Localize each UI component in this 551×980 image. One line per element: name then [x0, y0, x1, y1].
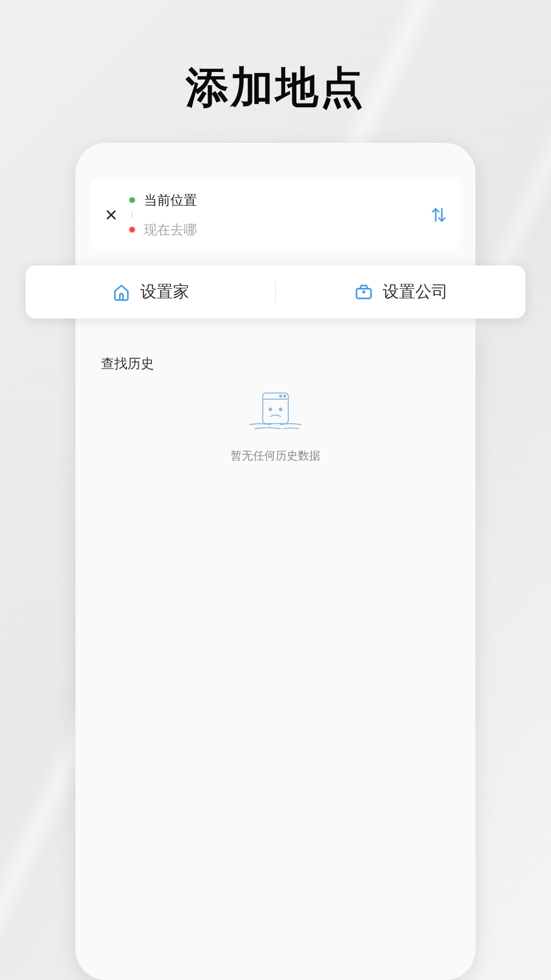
origin-value: 当前位置 — [144, 191, 197, 209]
destination-input[interactable]: 现在去哪 — [129, 218, 428, 241]
svg-point-18 — [280, 408, 282, 411]
svg-point-17 — [269, 408, 272, 411]
set-company-label: 设置公司 — [383, 281, 448, 303]
history-section: 查找历史 暂无任何历史数据 — [91, 355, 460, 463]
page-title: 添加地点 — [0, 59, 551, 117]
search-card: 当前位置 现在去哪 — [91, 179, 460, 251]
history-title: 查找历史 — [101, 355, 455, 373]
briefcase-icon — [354, 282, 373, 302]
svg-point-16 — [284, 395, 286, 397]
destination-dot-icon — [129, 226, 136, 233]
connector-line — [132, 211, 133, 218]
swap-button[interactable] — [428, 206, 450, 224]
set-home-label: 设置家 — [140, 281, 189, 303]
empty-state: 暂无任何历史数据 — [96, 388, 455, 463]
svg-rect-13 — [263, 393, 288, 424]
destination-placeholder: 现在去哪 — [144, 221, 197, 239]
swap-icon — [430, 206, 448, 224]
empty-history-icon — [235, 388, 316, 439]
shortcut-card: 设置家 设置公司 — [26, 265, 525, 318]
origin-input[interactable]: 当前位置 — [129, 189, 428, 211]
empty-history-text: 暂无任何历史数据 — [231, 448, 320, 463]
location-inputs: 当前位置 现在去哪 — [129, 189, 428, 241]
close-icon — [104, 208, 118, 222]
set-home-button[interactable]: 设置家 — [26, 265, 275, 318]
close-button[interactable] — [101, 205, 121, 225]
home-icon — [112, 282, 131, 302]
origin-dot-icon — [129, 197, 136, 204]
svg-rect-19 — [356, 289, 371, 299]
set-company-button[interactable]: 设置公司 — [276, 265, 525, 318]
svg-point-15 — [280, 395, 282, 397]
